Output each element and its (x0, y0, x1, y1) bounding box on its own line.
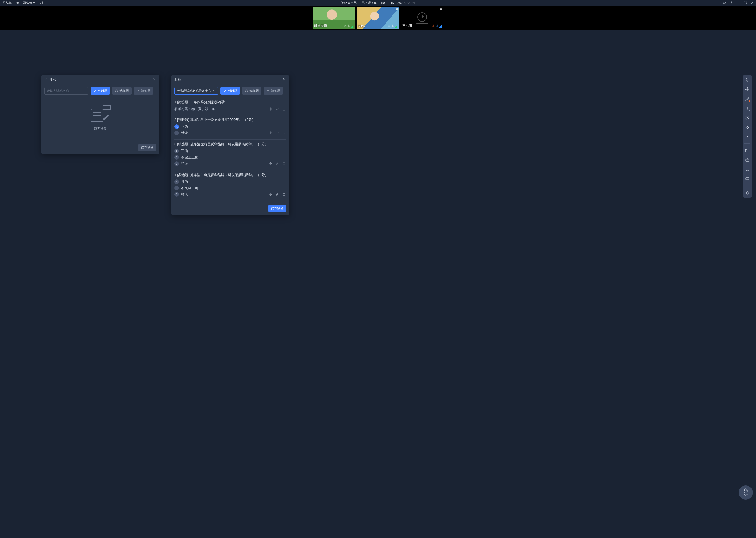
session-id: ID：2020070324 (391, 1, 415, 5)
video-tile[interactable]: ✕ 王小明 (401, 7, 443, 29)
participant-name: 王小明 (402, 24, 412, 28)
participants-icon[interactable] (745, 167, 750, 172)
question-option[interactable]: B错误 (174, 131, 286, 135)
svg-point-15 (746, 118, 747, 119)
quiz-name-input[interactable] (174, 87, 218, 94)
option-text: 不完全正确 (181, 155, 198, 160)
folder-icon[interactable] (745, 148, 750, 153)
close-tile-icon[interactable]: ✕ (396, 7, 398, 11)
add-choice-button[interactable]: 选择题 (242, 87, 261, 94)
save-quiz-button[interactable]: 保存试卷 (138, 144, 156, 151)
settings-icon[interactable] (730, 1, 733, 5)
camera-status-icon (343, 24, 347, 28)
delete-icon[interactable] (282, 162, 286, 166)
svg-rect-7 (393, 25, 394, 26)
toolbox-icon[interactable] (745, 157, 750, 163)
add-short-answer-button[interactable]: 简答题 (134, 87, 153, 94)
delete-icon[interactable] (282, 131, 286, 135)
add-judge-button[interactable]: 判断题 (220, 87, 240, 94)
text-tool-icon[interactable] (745, 106, 750, 111)
question-option[interactable]: A正确 (174, 124, 286, 129)
question: 1 [简答题] 一年四季分别是哪四季?参考答案：春、夏、秋、冬 (174, 98, 286, 115)
question-title: 2 [判断题] 我国宪法上一次更新是在2020年。 （2分） (174, 117, 286, 122)
option-letter: A (174, 124, 179, 129)
option-letter: B (174, 131, 179, 135)
back-icon[interactable] (44, 77, 48, 82)
move-icon[interactable] (268, 162, 272, 166)
empty-text: 暂无试题 (94, 127, 107, 131)
reference-answer: 参考答案：春、夏、秋、冬 (174, 107, 286, 111)
close-icon[interactable] (282, 77, 286, 82)
color-picker-icon[interactable] (745, 134, 750, 139)
delete-icon[interactable] (282, 107, 286, 111)
close-window-icon[interactable] (750, 1, 754, 5)
option-text: 是的 (181, 180, 188, 184)
option-text: 错误 (181, 192, 188, 197)
question-title: 4 [多选题] 施华洛世奇是反华品牌，所以梁鼎琪反华。 （2分） (174, 173, 286, 177)
move-tool-icon[interactable] (745, 87, 750, 92)
option-text: 正确 (181, 124, 188, 129)
pen-tool-icon[interactable] (745, 96, 750, 101)
option-text: 错误 (181, 131, 188, 135)
fullscreen-icon[interactable] (743, 1, 747, 5)
video-tile[interactable]: 叮当老师 (313, 7, 355, 29)
edit-icon[interactable] (275, 192, 279, 196)
notification-icon[interactable] (745, 190, 750, 195)
svg-point-6 (389, 26, 389, 26)
question-title: 3 [单选题] 施华洛世奇是反华品牌，所以梁鼎琪反华。 （2分） (174, 142, 286, 146)
eraser-tool-icon[interactable] (745, 125, 750, 130)
edit-icon[interactable] (275, 107, 279, 111)
minimize-icon[interactable] (736, 1, 740, 5)
quiz-panel-editor: 测验 判断题 选择题 简答题 1 [简答题] 一年四季分别是哪四季?参考答案：春… (171, 75, 289, 215)
video-tile[interactable]: ✕ Nina (357, 7, 399, 29)
edit-icon[interactable] (275, 131, 279, 135)
move-icon[interactable] (268, 192, 272, 196)
close-tile-icon[interactable]: ✕ (440, 7, 442, 11)
top-status-bar: 丢包率：0% 网络状态：良好 神秘大自然 已上课：02:34:09 ID：202… (0, 0, 756, 6)
question-option[interactable]: A正确 (174, 149, 286, 153)
question: 4 [多选题] 施华洛世奇是反华品牌，所以梁鼎琪反华。 （2分）A是的B不完全正… (174, 171, 286, 201)
participant-name: Nina (358, 25, 365, 28)
mic-icon (436, 24, 439, 28)
add-judge-button[interactable]: 判断题 (91, 87, 110, 94)
svg-point-1 (731, 2, 732, 3)
option-letter: C (174, 161, 179, 166)
camera-toggle-icon[interactable] (723, 1, 727, 5)
elapsed-time: 已上课：02:34:09 (361, 1, 386, 5)
question-option[interactable]: B不完全正确 (174, 155, 286, 160)
question-option[interactable]: C错误 (174, 192, 286, 197)
edit-icon[interactable] (275, 162, 279, 166)
scissors-tool-icon[interactable] (745, 115, 750, 120)
move-icon[interactable] (268, 107, 272, 111)
svg-point-14 (746, 116, 747, 117)
save-quiz-button[interactable]: 保存试卷 (268, 205, 286, 212)
question-title: 1 [简答题] 一年四季分别是哪四季? (174, 100, 286, 105)
course-title: 神秘大自然 (341, 1, 357, 5)
question-option[interactable]: C错误 (174, 161, 286, 166)
raise-hand-badge[interactable]: 0/2 (739, 485, 753, 500)
mic-icon (391, 24, 395, 28)
option-text: 错误 (181, 161, 188, 166)
camera-status-icon (388, 24, 391, 28)
question: 3 [单选题] 施华洛世奇是反华品牌，所以梁鼎琪反华。 （2分）A正确B不完全正… (174, 140, 286, 171)
add-choice-button[interactable]: 选择题 (112, 87, 131, 94)
move-icon[interactable] (268, 131, 272, 135)
svg-rect-17 (746, 159, 749, 162)
question-option[interactable]: A是的 (174, 180, 286, 184)
svg-rect-4 (349, 25, 350, 26)
svg-rect-8 (433, 25, 434, 26)
option-text: 正确 (181, 149, 188, 153)
close-icon[interactable] (153, 77, 156, 82)
empty-state: 暂无试题 (44, 98, 156, 131)
option-letter: A (174, 149, 179, 153)
cursor-tool-icon[interactable] (745, 77, 750, 82)
delete-icon[interactable] (282, 192, 286, 196)
video-strip: 叮当老师 ✕ Nina ✕ 王小明 (0, 6, 756, 30)
question-option[interactable]: B不完全正确 (174, 186, 286, 190)
quiz-name-input[interactable] (44, 87, 88, 94)
add-short-answer-button[interactable]: 简答题 (263, 87, 283, 94)
network-status: 网络状态：良好 (23, 1, 45, 5)
chat-icon[interactable] (745, 176, 750, 182)
option-text: 不完全正确 (181, 186, 198, 190)
svg-point-16 (747, 136, 748, 137)
